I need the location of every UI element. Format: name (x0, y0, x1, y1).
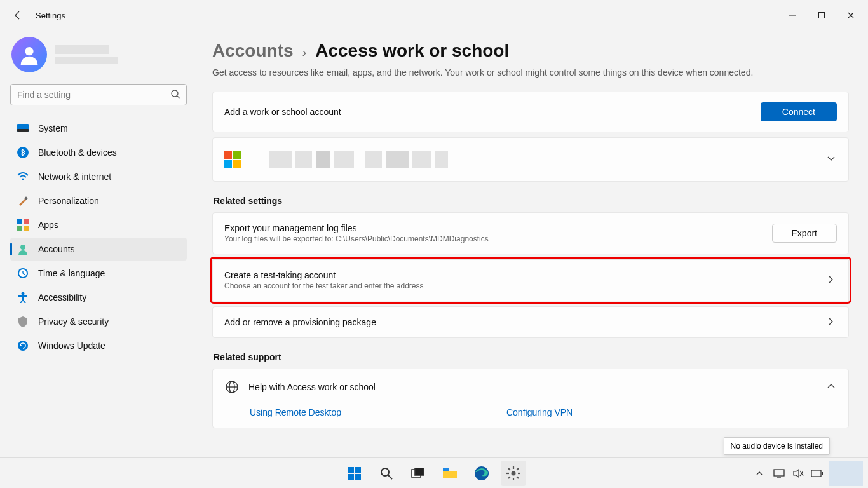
nav-label: Time & language (38, 268, 105, 278)
svg-rect-24 (348, 474, 354, 480)
connect-title: Add a work or school account (224, 107, 752, 117)
tray-clock-area[interactable] (829, 461, 863, 486)
back-button[interactable] (8, 5, 28, 25)
tray-monitor-icon[interactable] (771, 461, 787, 486)
test-account-subtitle: Choose an account for the test taker and… (224, 281, 818, 290)
system-icon (17, 122, 29, 135)
export-subtitle: Your log files will be exported to: C:\U… (224, 234, 763, 243)
window-title: Settings (36, 11, 65, 20)
tray-battery-icon[interactable] (810, 461, 825, 486)
svg-point-3 (172, 90, 178, 97)
related-support-heading: Related support (214, 352, 849, 362)
nav-time-language[interactable]: Time & language (10, 262, 187, 285)
svg-rect-23 (355, 467, 361, 473)
nav-apps[interactable]: Apps (10, 214, 187, 236)
chevron-up-icon (827, 382, 837, 392)
export-logs-card: Export your management log files Your lo… (212, 212, 849, 254)
svg-rect-13 (24, 226, 29, 231)
svg-line-40 (517, 468, 519, 470)
connected-account-card[interactable] (212, 137, 849, 182)
svg-rect-29 (415, 468, 424, 475)
nav-accessibility[interactable]: Accessibility (10, 286, 187, 309)
titlebar: Settings (0, 0, 868, 30)
file-explorer[interactable] (437, 461, 463, 486)
nav-system[interactable]: System (10, 117, 187, 140)
test-account-card[interactable]: Create a test-taking account Choose an a… (212, 259, 849, 301)
clock-icon (17, 267, 29, 280)
svg-rect-43 (811, 470, 821, 477)
apps-icon (17, 219, 29, 231)
help-card[interactable]: Help with Access work or school Using Re… (212, 369, 849, 428)
svg-point-17 (22, 292, 25, 295)
taskbar (0, 458, 868, 488)
account-info-redacted (269, 151, 448, 168)
svg-rect-41 (774, 470, 784, 476)
export-title: Export your management log files (224, 223, 763, 233)
export-button[interactable]: Export (772, 224, 837, 243)
page-title: Access work or school (315, 41, 509, 61)
svg-line-27 (388, 475, 392, 479)
nav-windows-update[interactable]: Windows Update (10, 334, 187, 357)
svg-rect-22 (348, 467, 354, 473)
taskbar-search[interactable] (374, 461, 399, 486)
svg-rect-1 (819, 13, 825, 18)
related-settings-heading: Related settings (214, 196, 849, 206)
nav-label: Windows Update (38, 341, 105, 351)
sidebar: System Bluetooth & devices Network & int… (0, 30, 197, 458)
update-icon (17, 339, 29, 352)
page-subtitle: Get access to resources like email, apps… (212, 67, 849, 78)
svg-point-18 (18, 341, 28, 351)
nav-label: Bluetooth & devices (38, 147, 117, 158)
tray-chevron-icon[interactable] (751, 461, 768, 486)
search-box[interactable] (10, 84, 187, 105)
maximize-button[interactable] (807, 5, 836, 25)
svg-point-8 (22, 179, 24, 180)
chevron-down-icon (827, 154, 837, 165)
test-account-title: Create a test-taking account (224, 270, 818, 280)
search-input[interactable] (10, 84, 187, 105)
nav-personalization[interactable]: Personalization (10, 189, 187, 212)
svg-rect-10 (17, 219, 22, 224)
nav-bluetooth[interactable]: Bluetooth & devices (10, 141, 187, 164)
microsoft-logo-icon (224, 151, 241, 168)
task-view[interactable] (405, 461, 431, 486)
link-remote-desktop[interactable]: Using Remote Desktop (250, 407, 341, 417)
breadcrumb-parent[interactable]: Accounts (212, 41, 294, 61)
connect-button[interactable]: Connect (761, 102, 837, 121)
accessibility-icon (17, 291, 29, 304)
wifi-icon (17, 170, 29, 183)
connect-card: Add a work or school account Connect (212, 92, 849, 132)
nav-label: Privacy & security (38, 316, 109, 327)
edge-browser[interactable] (469, 461, 494, 486)
avatar (11, 37, 47, 72)
svg-rect-12 (17, 226, 22, 231)
chevron-right-icon: › (302, 45, 307, 60)
provisioning-card[interactable]: Add or remove a provisioning package (212, 306, 849, 338)
tray-audio-muted-icon[interactable] (790, 461, 806, 486)
nav-network[interactable]: Network & internet (10, 165, 187, 188)
breadcrumb: Accounts › Access work or school (212, 41, 849, 61)
nav-label: Personalization (38, 196, 99, 206)
search-icon (170, 89, 180, 102)
help-title: Help with Access work or school (248, 382, 818, 392)
svg-point-2 (25, 47, 33, 55)
nav-privacy[interactable]: Privacy & security (10, 310, 187, 333)
provisioning-title: Add or remove a provisioning package (224, 317, 818, 327)
close-button[interactable] (836, 5, 865, 25)
profile-block[interactable] (10, 30, 187, 84)
content: Accounts › Access work or school Get acc… (197, 30, 868, 458)
settings-app[interactable] (501, 461, 526, 486)
globe-help-icon (224, 379, 240, 395)
start-button[interactable] (342, 461, 367, 486)
chevron-right-icon (827, 317, 837, 327)
link-configuring-vpn[interactable]: Configuring VPN (506, 407, 573, 417)
nav-list: System Bluetooth & devices Network & int… (10, 117, 187, 357)
nav-accounts[interactable]: Accounts (10, 238, 187, 261)
nav-label: Accounts (38, 244, 75, 254)
minimize-button[interactable] (778, 5, 807, 25)
nav-label: Network & internet (38, 172, 111, 182)
brush-icon (17, 194, 29, 207)
shield-icon (17, 315, 29, 328)
svg-line-37 (508, 468, 510, 470)
svg-point-14 (20, 245, 25, 250)
